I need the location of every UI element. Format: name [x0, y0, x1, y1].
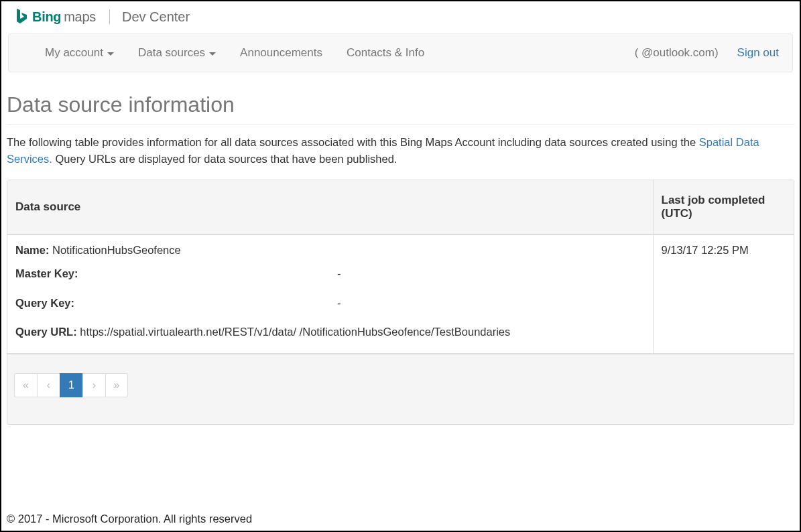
- panel-footer: « ‹ 1 › »: [7, 354, 794, 424]
- bing-logo-icon: [15, 8, 28, 25]
- nav-announcements[interactable]: Announcements: [228, 34, 334, 72]
- header: Bing maps Dev Center: [1, 1, 800, 29]
- table-header-row: Data source Last job completed (UTC): [7, 180, 794, 235]
- query-key-label: Query Key:: [15, 297, 74, 309]
- cell-data-source: Name: NotificationHubsGeofence Master Ke…: [7, 235, 653, 354]
- query-url-value: https://spatial.virtualearth.net/REST/v1…: [80, 326, 510, 338]
- logo[interactable]: Bing maps: [15, 8, 96, 25]
- dev-center-label: Dev Center: [122, 9, 190, 25]
- nav-data-sources[interactable]: Data sources: [126, 34, 228, 72]
- logo-maps-text: maps: [64, 9, 96, 25]
- table-row: Name: NotificationHubsGeofence Master Ke…: [7, 235, 794, 354]
- last-job-value: 9/13/17 12:25 PM: [662, 244, 749, 256]
- name-label: Name:: [15, 244, 49, 256]
- cell-last-job: 9/13/17 12:25 PM: [653, 235, 794, 354]
- query-key-value: -: [337, 295, 341, 312]
- page-prev[interactable]: ‹: [37, 373, 60, 397]
- header-divider: [109, 9, 110, 24]
- logo-bing-text: Bing: [32, 9, 61, 25]
- nav-my-account-label: My account: [45, 46, 103, 60]
- sign-out-link[interactable]: Sign out: [737, 46, 779, 60]
- content: Data source information The following ta…: [1, 72, 800, 425]
- page-title: Data source information: [7, 92, 794, 125]
- intro-paragraph: The following table provides information…: [7, 134, 794, 168]
- page-last[interactable]: »: [105, 373, 128, 397]
- nav-user-email: ( @outlook.com): [635, 46, 719, 60]
- nav-left: My account Data sources Announcements Co…: [9, 34, 436, 72]
- master-key-label: Master Key:: [15, 267, 78, 279]
- nav-right: ( @outlook.com) Sign out: [635, 46, 792, 60]
- navbar: My account Data sources Announcements Co…: [8, 34, 793, 72]
- intro-suffix: Query URLs are displayed for data source…: [52, 153, 397, 165]
- page-next[interactable]: ›: [82, 373, 105, 397]
- nav-announcements-label: Announcements: [240, 46, 322, 60]
- data-source-table: Data source Last job completed (UTC) Nam…: [7, 180, 794, 354]
- col-data-source: Data source: [7, 180, 653, 235]
- col-last-job: Last job completed (UTC): [653, 180, 794, 235]
- pagination: « ‹ 1 › »: [14, 373, 128, 397]
- nav-contacts-info[interactable]: Contacts & Info: [334, 34, 436, 72]
- name-value: NotificationHubsGeofence: [52, 244, 181, 256]
- chevron-down-icon: [107, 52, 114, 56]
- master-key-value: -: [337, 265, 341, 283]
- query-url-label: Query URL:: [15, 326, 77, 338]
- data-source-panel: Data source Last job completed (UTC) Nam…: [7, 180, 794, 425]
- intro-prefix: The following table provides information…: [7, 136, 699, 148]
- nav-data-sources-label: Data sources: [138, 46, 205, 60]
- page-first[interactable]: «: [14, 373, 37, 397]
- nav-my-account[interactable]: My account: [9, 34, 126, 72]
- chevron-down-icon: [209, 52, 216, 56]
- page-current[interactable]: 1: [60, 373, 82, 397]
- nav-contacts-label: Contacts & Info: [347, 46, 424, 60]
- footer-copyright: © 2017 - Microsoft Corporation. All righ…: [7, 513, 252, 525]
